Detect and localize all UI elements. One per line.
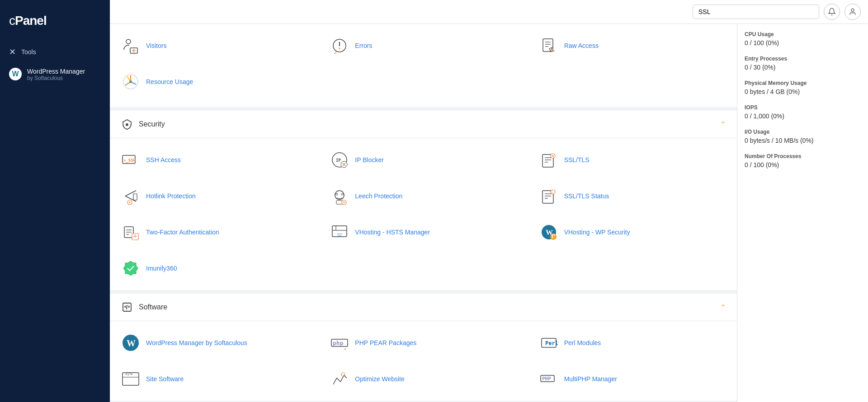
- resource-usage-icon: [121, 72, 141, 92]
- visitors-label: Visitors: [146, 42, 167, 50]
- svg-text:</>: </>: [125, 372, 133, 376]
- multiphp-label: MultiPHP Manager: [564, 375, 617, 383]
- imunify360-label: Imunify360: [146, 264, 177, 272]
- ssl-tls-status-item[interactable]: ! SSL/TLS Status: [528, 178, 737, 214]
- stat-io-value: 0 bytes/s / 10 MB/s (0%): [745, 137, 861, 144]
- software-section-icon: [121, 301, 133, 313]
- svg-rect-31: [133, 194, 137, 200]
- leech-protection-label: Leech Protection: [355, 192, 402, 200]
- wp-icon: W: [121, 333, 141, 353]
- svg-text:>_SSH: >_SSH: [123, 158, 136, 163]
- search-input[interactable]: [693, 5, 819, 19]
- svg-text:PHP: PHP: [542, 376, 551, 382]
- raw-access-item[interactable]: Raw Access: [528, 28, 737, 64]
- multiphp-item[interactable]: PHP MultiPHP Manager: [528, 361, 737, 397]
- two-factor-auth-item[interactable]: Two-Factor Authentication: [110, 214, 319, 250]
- 2fa-icon: [121, 222, 141, 242]
- svg-line-6: [335, 52, 336, 54]
- svg-text:!: !: [552, 191, 552, 194]
- sidebar: cPanel ✕ Tools W WordPress Manager by So…: [0, 0, 110, 402]
- site-software-label: Site Software: [146, 375, 184, 383]
- ip-blocker-icon: IP: [330, 150, 349, 170]
- vhosting-wp-security-label: VHosting - WP Security: [564, 228, 630, 236]
- vhosting-hsts-label: VHosting - HSTS Manager: [355, 228, 430, 236]
- ssl-tls-item[interactable]: SSL/TLS: [528, 142, 737, 178]
- wp-manager-item[interactable]: W WordPress Manager by Softaculous: [110, 325, 319, 361]
- errors-label: Errors: [355, 42, 372, 50]
- perl-modules-item[interactable]: Perl Perl Modules: [528, 325, 737, 361]
- optimize-icon: [330, 369, 349, 389]
- hotlink-protection-label: Hotlink Protection: [146, 192, 196, 200]
- topbar: [110, 0, 868, 24]
- cpanel-logo-text: cPanel: [9, 14, 101, 28]
- wp-security-icon: W: [539, 222, 559, 242]
- logs-section: Visitors Errors: [110, 24, 737, 107]
- sidebar-tools-label: Tools: [21, 48, 36, 56]
- wp-manager-item-label: WordPress Manager by Softaculous: [146, 339, 247, 347]
- vhosting-wp-security-item[interactable]: W VHosting - WP Security: [528, 214, 737, 250]
- stat-cpu-label: CPU Usage: [745, 31, 861, 37]
- optimize-website-item[interactable]: Optimize Website: [319, 361, 528, 397]
- stat-cpu: CPU Usage 0 / 100 (0%): [745, 31, 861, 47]
- ip-blocker-item[interactable]: IP IP Blocker: [319, 142, 528, 178]
- sidebar-item-wordpress-manager[interactable]: W WordPress Manager by Softaculous: [0, 62, 110, 87]
- stat-memory: Physical Memory Usage 0 bytes / 4 GB (0%…: [745, 80, 861, 95]
- resource-usage-label: Resource Usage: [146, 78, 193, 86]
- ssh-icon: >_SSH: [121, 150, 141, 170]
- hotlink-protection-item[interactable]: Hotlink Protection: [110, 178, 319, 214]
- visitors-item[interactable]: Visitors: [110, 28, 319, 64]
- site-software-icon: </>: [121, 369, 141, 389]
- errors-icon: [330, 36, 349, 56]
- php-pear-item[interactable]: php PHP PEAR Packages: [319, 325, 528, 361]
- hotlink-icon: [121, 186, 141, 206]
- errors-item[interactable]: Errors: [319, 28, 528, 64]
- php-pear-icon: php: [330, 333, 349, 353]
- svg-text:IP: IP: [336, 158, 341, 163]
- resource-usage-item[interactable]: Resource Usage: [110, 64, 319, 100]
- site-software-item[interactable]: </> Site Software: [110, 361, 319, 397]
- perl-modules-label: Perl Modules: [564, 339, 601, 347]
- stat-entry-value: 0 / 30 (0%): [745, 64, 861, 71]
- security-section-header[interactable]: Security ⌃: [110, 111, 737, 138]
- svg-point-73: [341, 373, 345, 376]
- main-content: Visitors Errors: [110, 0, 868, 402]
- wordpress-icon: W: [9, 68, 22, 80]
- software-grid: W WordPress Manager by Softaculous php: [110, 321, 737, 401]
- software-section: Software ⌃ W WordPress Manager by Soft: [110, 294, 737, 401]
- center-panel: Visitors Errors: [110, 24, 737, 402]
- security-grid: >_SSH SSH Access IP: [110, 138, 737, 290]
- stat-memory-label: Physical Memory Usage: [745, 80, 861, 86]
- stat-processes-label: Number Of Processes: [745, 153, 861, 159]
- ssh-access-label: SSH Access: [146, 156, 181, 164]
- leech-protection-item[interactable]: Leech Protection: [319, 178, 528, 214]
- user-button[interactable]: [844, 4, 861, 20]
- svg-text:W: W: [127, 338, 136, 348]
- imunify-icon: [121, 258, 141, 278]
- tools-icon: ✕: [9, 47, 16, 57]
- leech-icon: [330, 186, 349, 206]
- notifications-button[interactable]: [824, 4, 840, 20]
- imunify360-item[interactable]: Imunify360: [110, 250, 319, 286]
- logs-grid: Visitors Errors: [110, 24, 737, 103]
- right-panel: CPU Usage 0 / 100 (0%) Entry Processes 0…: [737, 24, 868, 402]
- stat-processes: Number Of Processes 0 / 100 (0%): [745, 153, 861, 168]
- stat-entry-label: Entry Processes: [745, 56, 861, 62]
- vhosting-hsts-item[interactable]: VHosting - HSTS Manager: [319, 214, 528, 250]
- ssh-access-item[interactable]: >_SSH SSH Access: [110, 142, 319, 178]
- security-section: Security ⌃ >_SSH SSH Access: [110, 111, 737, 290]
- stat-iops: IOPS 0 / 1,000 (0%): [745, 104, 861, 120]
- wp-manager-sublabel: by Softaculous: [27, 75, 85, 81]
- php-pear-label: PHP PEAR Packages: [355, 339, 416, 347]
- svg-point-13: [126, 124, 128, 126]
- content-area: Visitors Errors: [110, 24, 868, 402]
- svg-text:Perl: Perl: [545, 340, 558, 346]
- perl-icon: Perl: [539, 333, 559, 353]
- stat-processes-value: 0 / 100 (0%): [745, 161, 861, 168]
- raw-access-label: Raw Access: [564, 42, 599, 50]
- ssl-tls-icon: [539, 150, 559, 170]
- stat-memory-value: 0 bytes / 4 GB (0%): [745, 88, 861, 95]
- stat-iops-value: 0 / 1,000 (0%): [745, 112, 861, 120]
- sidebar-item-tools[interactable]: ✕ Tools: [0, 42, 110, 62]
- software-section-header[interactable]: Software ⌃: [110, 294, 737, 321]
- security-section-label: Security: [139, 120, 165, 128]
